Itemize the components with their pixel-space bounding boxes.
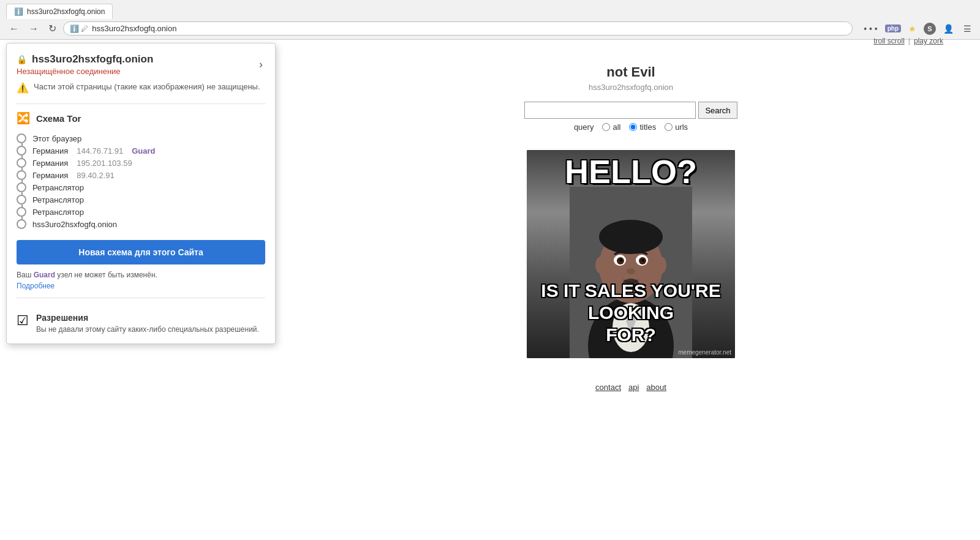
tor-schema-label: Схема Tor (36, 113, 81, 124)
urls-radio[interactable] (665, 123, 673, 131)
sync-icon: S (924, 23, 936, 35)
meme-top-text: HELLO? (527, 155, 735, 188)
chain-dot-0 (17, 133, 26, 143)
php-badge: php (885, 24, 901, 32)
search-input[interactable] (524, 102, 696, 119)
browser-chrome: ℹ️ hss3uro2hsxfogfq.onion ← → ↻ ℹ️ 🖊 hss… (0, 0, 980, 40)
permissions-icon: ☑ (17, 313, 29, 329)
chain-item-6: Ретранслятор (17, 206, 265, 218)
lock-icon: 🔒 (17, 54, 27, 64)
new-circuit-button[interactable]: Новая схема для этого Сайта (17, 240, 265, 264)
site-domain: hss3uro2hsxfogfq.onion (589, 83, 673, 92)
bookmark-button[interactable]: ★ (906, 23, 919, 35)
learn-more-link[interactable]: Подробнее (17, 282, 55, 290)
chain-label-6: Ретранслятор (32, 208, 84, 217)
meme-watermark: memegenerator.net (678, 349, 731, 356)
tab-bar: ℹ️ hss3uro2hsxfogfq.onion (0, 0, 980, 19)
chain-dot-1 (17, 146, 26, 156)
tor-header: 🔀 Схема Tor (17, 111, 265, 125)
panel-domain: hss3uro2hsxfogfq.onion (32, 53, 153, 66)
back-button[interactable]: ← (6, 22, 22, 36)
search-area: Search query all titles urls (524, 102, 737, 132)
guard-word: Guard (34, 271, 55, 279)
titles-option[interactable]: titles (629, 122, 656, 132)
site-title: not Evil (606, 64, 655, 80)
api-link[interactable]: api (628, 383, 639, 392)
urls-label: urls (675, 122, 688, 132)
search-row: Search (524, 102, 737, 119)
forward-button[interactable]: → (26, 22, 42, 36)
chain-dot-3 (17, 170, 26, 180)
chain-dot-5 (17, 195, 26, 204)
tab-title: hss3uro2hsxfogfq.onion (27, 7, 105, 16)
permissions-desc: Вы не давали этому сайту каких-либо спец… (36, 325, 259, 334)
svg-point-8 (655, 257, 666, 274)
permissions-text-block: Разрешения Вы не давали этому сайту каки… (36, 313, 259, 334)
titles-label: titles (639, 122, 656, 132)
separator-1: | (908, 37, 910, 45)
menu-dots-button[interactable]: • • • (861, 23, 880, 35)
chain-label-1: Германия (32, 146, 68, 156)
svg-point-13 (620, 259, 622, 261)
active-tab[interactable]: ℹ️ hss3uro2hsxfogfq.onion (6, 4, 113, 19)
search-button[interactable]: Search (698, 102, 737, 119)
chain-dot-7 (17, 219, 26, 229)
chain-item-7: hss3uro2hsxfogfq.onion (17, 218, 265, 230)
warning-icon: ⚠️ (17, 82, 29, 94)
tab-security-icon: ℹ️ (14, 7, 23, 16)
chain-label-7: hss3uro2hsxfogfq.onion (32, 220, 117, 229)
svg-point-7 (595, 257, 606, 274)
titles-radio[interactable] (629, 123, 637, 131)
address-security-icons: ℹ️ 🖊 (70, 24, 88, 33)
meme-container: HELLO? IS IT SALES YOU'RE LOOKINGFOR? me… (527, 150, 735, 358)
all-option[interactable]: all (602, 122, 620, 132)
urls-option[interactable]: urls (665, 122, 688, 132)
contact-link[interactable]: contact (595, 383, 621, 392)
tor-share-icon: 🔀 (17, 111, 30, 125)
chain-item-5: Ретранслятор (17, 193, 265, 206)
about-link[interactable]: about (646, 383, 666, 392)
sync-button[interactable]: 👤 (941, 23, 956, 35)
permissions-section: ☑ Разрешения Вы не давали этому сайту ка… (17, 306, 265, 334)
chain-ip-1: 144.76.71.91 (77, 146, 123, 156)
chain-label-5: Ретранслятор (32, 195, 84, 204)
chain-item-4: Ретранслятор (17, 181, 265, 193)
chain-label-4: Ретранслятор (32, 183, 84, 192)
query-label: query (574, 122, 594, 132)
chain-label-0: Этот браузер (32, 134, 81, 143)
panel-warning: ⚠️ Части этой страницы (такие как изобра… (17, 82, 265, 94)
expand-button[interactable]: › (257, 58, 265, 71)
divider-1 (17, 103, 265, 104)
chain-item-3: Германия 89.40.2.91 (17, 169, 265, 181)
chain-dot-4 (17, 182, 26, 192)
address-box[interactable]: ℹ️ 🖊 hss3uro2hsxfogfq.onion (63, 21, 853, 36)
chain-item-1: Германия 144.76.71.91 Guard (17, 144, 265, 157)
refresh-button[interactable]: ↻ (45, 21, 59, 36)
chain-ip-3: 89.40.2.91 (77, 171, 114, 180)
permissions-title: Разрешения (36, 313, 259, 323)
browser-actions: • • • php ★ S 👤 ☰ (861, 23, 974, 35)
chain-dot-2 (17, 158, 26, 168)
footer-links: contact api about (595, 383, 666, 392)
panel-title-row: 🔒 hss3uro2hsxfogfq.onion Незащищённое со… (17, 53, 265, 76)
play-zork-link[interactable]: play zork (914, 37, 943, 45)
chain-label-2: Германия (32, 159, 68, 168)
chain-guard-1: Guard (132, 146, 155, 156)
all-radio[interactable] (602, 123, 610, 131)
chain-ip-2: 195.201.103.59 (77, 159, 132, 168)
svg-point-14 (642, 259, 644, 261)
address-text: hss3uro2hsxfogfq.onion (92, 24, 846, 33)
panel-domain-info: 🔒 hss3uro2hsxfogfq.onion Незащищённое со… (17, 53, 153, 76)
top-right-links: troll scroll | play zork (873, 34, 943, 48)
svg-point-6 (599, 220, 663, 254)
warning-text: Части этой страницы (такие как изображен… (34, 82, 260, 91)
guard-note-prefix: Ваш (17, 271, 31, 279)
chain-item-2: Германия 195.201.103.59 (17, 157, 265, 169)
search-options: query all titles urls (574, 122, 688, 132)
hamburger-button[interactable]: ☰ (961, 23, 974, 35)
meme-bottom-text: IS IT SALES YOU'RE LOOKINGFOR? (527, 280, 735, 346)
panel-insecure-label: Незащищённое соединение (17, 67, 153, 76)
tor-section: 🔀 Схема Tor Этот браузер Германия 144.76… (17, 111, 265, 290)
chain-dot-6 (17, 207, 26, 217)
troll-scroll-link[interactable]: troll scroll (873, 37, 905, 45)
